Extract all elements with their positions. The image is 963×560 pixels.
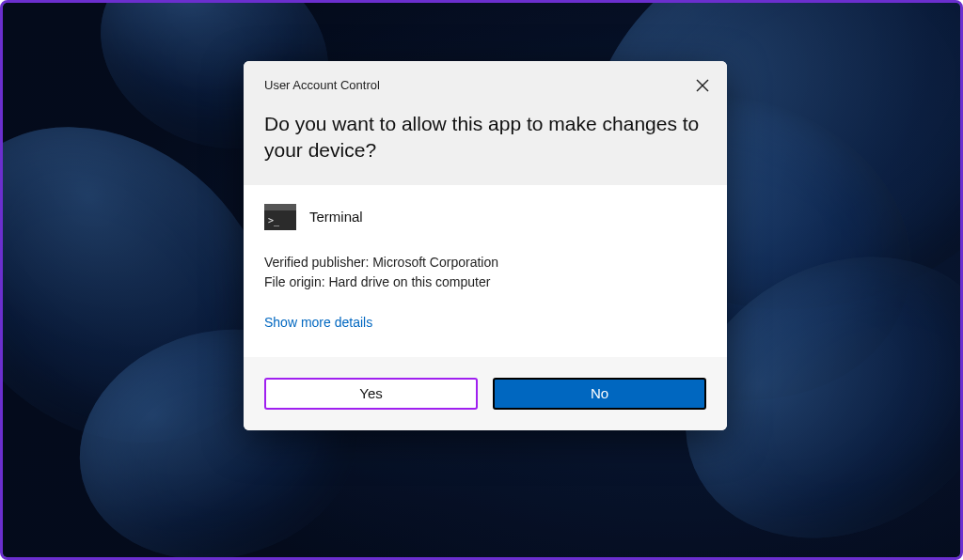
no-button[interactable]: No [493,378,706,410]
dialog-footer: Yes No [244,357,727,430]
app-name: Terminal [309,209,363,225]
origin-line: File origin: Hard drive on this computer [264,272,706,292]
dialog-header: User Account Control Do you want to allo… [244,61,727,185]
publisher-line: Verified publisher: Microsoft Corporatio… [264,253,706,272]
app-row: >_ Terminal [264,204,706,230]
uac-dialog: User Account Control Do you want to allo… [244,61,727,430]
terminal-icon: >_ [264,204,296,230]
close-icon [696,79,709,92]
close-button[interactable] [691,74,714,97]
show-more-details-link[interactable]: Show more details [264,315,372,330]
yes-button[interactable]: Yes [264,378,478,410]
dialog-question: Do you want to allow this app to make ch… [264,111,706,164]
dialog-body: >_ Terminal Verified publisher: Microsof… [244,185,727,357]
dialog-title: User Account Control [264,78,706,92]
